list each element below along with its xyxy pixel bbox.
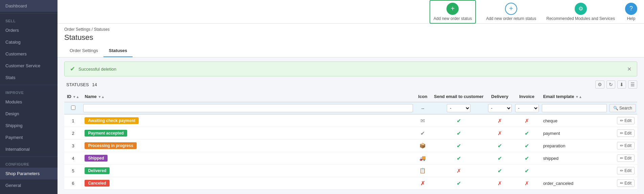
edit-button-4[interactable]: ✏ Edit	[617, 167, 635, 174]
topbar: + Add new order status + Add new order r…	[58, 0, 644, 24]
filter-icon-cell: --	[414, 102, 431, 114]
statuses-number: 14	[92, 82, 97, 87]
table-header-bar: STATUSES 14 ⚙ ↻ ⬇ ☰	[64, 80, 637, 89]
cell-template-3: shipped	[540, 152, 608, 165]
col-id-sort[interactable]: ▼▲	[73, 95, 79, 99]
cell-id-5: 6	[64, 177, 82, 190]
status-badge-1: Payment accepted	[85, 130, 127, 137]
filter-email-cell: -YesNo	[431, 102, 486, 114]
cell-icon-1: ✔	[414, 127, 431, 140]
tabs: Order Settings Statuses	[58, 45, 644, 57]
cell-template-1: payment	[540, 127, 608, 140]
breadcrumb-parent[interactable]: Order Settings	[64, 27, 90, 32]
tab-statuses[interactable]: Statuses	[104, 45, 133, 57]
edit-button-2[interactable]: ✏ Edit	[617, 142, 635, 149]
statuses-label: STATUSES	[66, 82, 89, 87]
col-id: ID ▼▲	[64, 91, 82, 102]
sidebar-item-shop-parameters[interactable]: Shop Parameters	[0, 168, 58, 179]
col-id-label: ID	[67, 94, 71, 99]
status-badge-5: Canceled	[85, 180, 109, 187]
cell-send-email-2: ✔	[431, 140, 486, 152]
alert-close-button[interactable]: ✕	[627, 66, 631, 72]
cell-name-5: Canceled	[82, 177, 414, 190]
filter-email-select[interactable]: -YesNo	[447, 104, 470, 112]
cell-id-1: 2	[64, 127, 82, 140]
page-header: Order Settings / Statuses Statuses	[58, 24, 644, 45]
cell-id-0: 1	[64, 114, 82, 127]
add-order-status-action[interactable]: + Add new order status	[430, 0, 476, 24]
table-row: 5 Delivered 📋 ✗ ✔ ✔ ✏ Edit	[64, 165, 637, 177]
filter-checkbox[interactable]	[71, 105, 75, 110]
columns-btn[interactable]: ☰	[628, 80, 637, 89]
sidebar-item-orders[interactable]: Orders	[0, 24, 58, 36]
cell-delivery-5: ✗	[486, 177, 513, 190]
help-icon: ?	[625, 3, 637, 15]
sidebar-item-dashboard[interactable]: Dashboard	[0, 0, 58, 12]
recommended-modules-action[interactable]: ⚙ Recommended Modules and Services	[546, 3, 615, 21]
sidebar-item-payment[interactable]: Payment	[0, 131, 58, 143]
help-action[interactable]: ? Help	[625, 3, 637, 21]
filter-id-cell	[64, 102, 82, 114]
edit-button-5[interactable]: ✏ Edit	[617, 179, 635, 187]
cell-id-4: 5	[64, 165, 82, 177]
cell-invoice-3: ✔	[513, 152, 540, 165]
edit-button-3[interactable]: ✏ Edit	[617, 154, 635, 162]
table-row: 4 Shipped 🚚 ✔ ✔ ✔ shipped ✏ Edit	[64, 152, 637, 165]
refresh-btn[interactable]: ↻	[606, 80, 615, 89]
help-label: Help	[627, 16, 636, 21]
col-send-email: Send email to customer	[431, 91, 486, 102]
cell-invoice-1: ✔	[513, 127, 540, 140]
filter-invoice-cell: -YesNo	[513, 102, 540, 114]
cell-icon-0: ✉	[414, 114, 431, 127]
edit-button-0[interactable]: ✏ Edit	[617, 117, 635, 124]
tab-order-settings[interactable]: Order Settings	[64, 45, 104, 57]
filter-delivery-select[interactable]: -YesNo	[488, 104, 512, 112]
cell-invoice-5: ✗	[513, 177, 540, 190]
cell-delivery-4: ✔	[486, 165, 513, 177]
cell-actions-1: ✏ Edit	[608, 127, 637, 140]
add-return-status-label: Add new order return status	[486, 16, 536, 21]
search-button[interactable]: 🔍 Search	[610, 104, 636, 112]
add-return-status-icon: +	[505, 3, 517, 15]
col-template-sort[interactable]: ▼▲	[575, 95, 582, 99]
sidebar: Dashboard SELL Orders Catalog Customers …	[0, 0, 58, 194]
sidebar-item-stats[interactable]: Stats	[0, 72, 58, 83]
col-icon: Icon	[414, 91, 431, 102]
cell-template-0: cheque	[540, 114, 608, 127]
filter-icon-dash: --	[421, 106, 424, 111]
col-name-sort[interactable]: ▼▲	[98, 95, 105, 99]
sidebar-item-modules[interactable]: Modules	[0, 96, 58, 108]
cell-send-email-3: ✔	[431, 152, 486, 165]
filter-template-input[interactable]	[542, 104, 607, 112]
cell-name-0: Awaiting check payment	[82, 114, 414, 127]
settings-btn[interactable]: ⚙	[595, 80, 604, 89]
filter-name-input[interactable]	[83, 104, 413, 112]
add-order-status-label: Add new order status	[434, 16, 472, 21]
success-alert: ✔ Successful deletion ✕	[64, 62, 637, 76]
col-name-label: Name	[85, 94, 96, 99]
statuses-count: STATUSES 14	[64, 82, 97, 87]
sidebar-item-shipping[interactable]: Shipping	[0, 120, 58, 131]
status-badge-0: Awaiting check payment	[85, 117, 139, 124]
status-badge-3: Shipped	[85, 155, 107, 162]
cell-actions-5: ✏ Edit	[608, 177, 637, 190]
cell-actions-4: ✏ Edit	[608, 165, 637, 177]
table-row: 2 Payment accepted ✔ ✔ ✗ ✔ payment ✏ Edi…	[64, 127, 637, 140]
cell-actions-3: ✏ Edit	[608, 152, 637, 165]
cell-id-3: 4	[64, 152, 82, 165]
status-badge-2: Processing in progress	[85, 142, 136, 149]
sidebar-section-sell: SELL	[0, 15, 58, 24]
recommended-modules-icon: ⚙	[575, 3, 587, 15]
add-return-status-action[interactable]: + Add new order return status	[486, 3, 536, 21]
filter-invoice-select[interactable]: -YesNo	[515, 104, 539, 112]
sidebar-item-catalog[interactable]: Catalog	[0, 36, 58, 48]
sidebar-item-design[interactable]: Design	[0, 108, 58, 120]
export-btn[interactable]: ⬇	[617, 80, 626, 89]
sidebar-item-general[interactable]: General	[0, 179, 58, 191]
sidebar-item-international[interactable]: International	[0, 143, 58, 155]
edit-button-1[interactable]: ✏ Edit	[617, 129, 635, 137]
filter-name-cell	[82, 102, 414, 114]
sidebar-item-customer-service[interactable]: Customer Service	[0, 60, 58, 72]
sidebar-item-customers[interactable]: Customers	[0, 48, 58, 60]
sidebar-section-improve: IMPROVE	[0, 87, 58, 96]
